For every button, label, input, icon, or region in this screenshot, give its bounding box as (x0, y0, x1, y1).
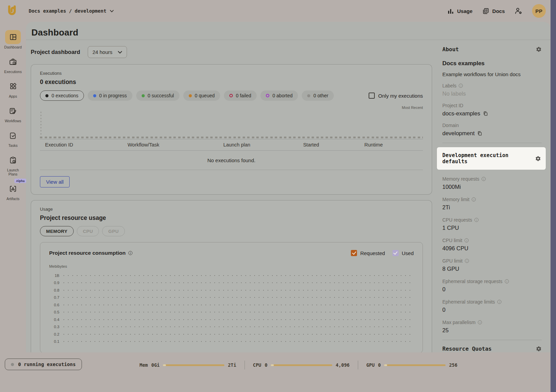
launch-plans-icon (5, 153, 21, 167)
ephemeral-storage-limits-field: Ephemeral storage limitsi 0 (442, 299, 542, 313)
gridline (63, 312, 414, 312)
sidebar-item-executions[interactable]: Executions (1, 55, 25, 74)
field-value: 25 (442, 327, 542, 334)
copy-icon[interactable] (483, 111, 488, 116)
page-title: Dashboard (31, 27, 79, 38)
view-all-button[interactable]: View all (40, 176, 70, 187)
usage-card-label: Usage (40, 207, 423, 212)
gridline (63, 290, 414, 291)
sidebar-item-artifacts[interactable]: Alpha Artifacts (1, 182, 25, 201)
gridline (63, 319, 414, 320)
memory-meter: Mem 0Gi 2Ti (140, 362, 236, 368)
legend-used-toggle[interactable]: Used (393, 250, 414, 256)
gear-icon (536, 346, 542, 352)
gridline (63, 341, 414, 342)
avatar[interactable]: PP (532, 4, 546, 18)
project-id-value-row: docs-examples (442, 110, 542, 117)
usage-link[interactable]: Usage (447, 8, 472, 14)
only-my-executions-toggle[interactable]: Only my executions (369, 93, 423, 99)
status-dot (93, 94, 96, 97)
page-scrollbar[interactable] (551, 0, 556, 392)
y-tick: 0.8 (49, 288, 59, 292)
info-icon[interactable]: i (474, 218, 479, 222)
running-executions-button[interactable]: 0 running executions (5, 359, 82, 370)
content-body: Project dashboard 24 hours Executions 0 … (26, 40, 551, 352)
gridline (63, 275, 414, 276)
chip-label: 0 in progress (99, 93, 127, 98)
chip-label: 0 other (313, 93, 328, 98)
alpha-badge: Alpha (14, 179, 26, 183)
meter-max: 2Ti (228, 362, 236, 368)
chart-legend: Requested Used (351, 250, 414, 256)
field-value: 2Ti (442, 204, 542, 211)
field-value: 0 (442, 307, 542, 313)
docs-link[interactable]: Docs (482, 8, 505, 15)
chip-successful[interactable]: 0 successful (136, 90, 180, 101)
sidebar-item-workflows[interactable]: Workflows (1, 104, 25, 123)
about-settings-button[interactable] (536, 46, 542, 52)
gridline-row: 0.5 (49, 309, 414, 316)
usage-card-title: Project resource usage (40, 214, 423, 222)
y-tick: 0.2 (49, 332, 59, 336)
chip-label: 0 failed (236, 93, 251, 98)
sidebar-item-apps[interactable]: Apps (1, 79, 25, 98)
resource-quotas-settings-button[interactable] (536, 346, 542, 352)
chip-all-executions[interactable]: 0 executions (40, 90, 84, 101)
only-my-executions-label: Only my executions (378, 93, 423, 99)
sidebar-item-label: Executions (4, 70, 22, 74)
union-logo[interactable] (5, 4, 18, 17)
chart-title: Project resource consumption (49, 250, 126, 256)
chip-in-progress[interactable]: 0 in progress (88, 90, 132, 101)
info-icon[interactable]: i (459, 84, 463, 88)
tasks-icon (5, 128, 21, 142)
meter-label: CPU (253, 362, 261, 368)
field-value: 8 GPU (442, 266, 542, 272)
field-label: Ephemeral storage requests (442, 279, 502, 284)
left-sidebar: Dashboard Executions Apps Workflows (0, 22, 26, 352)
status-dot (11, 363, 14, 366)
user-admin-button[interactable] (514, 7, 523, 15)
copy-icon[interactable] (477, 131, 482, 136)
info-icon[interactable]: i (505, 279, 509, 283)
sidebar-item-dashboard[interactable]: Dashboard (1, 30, 25, 49)
gridline (63, 326, 414, 327)
y-tick: 0.5 (49, 310, 59, 314)
status-bar: 0 running executions Mem 0Gi 2Ti CPU 0 4… (0, 352, 551, 392)
executions-card: Executions 0 executions 0 executions 0 i… (31, 64, 432, 195)
col-runtime: Runtime (364, 142, 423, 148)
chip-other[interactable]: 0 other (302, 90, 334, 101)
info-icon[interactable]: i (472, 197, 476, 201)
running-executions-label: 0 running executions (18, 362, 76, 367)
info-icon[interactable]: i (128, 251, 132, 255)
chevron-down-icon (110, 10, 114, 12)
workflows-icon (5, 104, 21, 118)
tab-cpu[interactable]: CPU (77, 226, 99, 236)
legend-requested-label: Requested (360, 250, 385, 256)
field-label: Ephemeral storage limits (442, 299, 495, 305)
sidebar-item-tasks[interactable]: Tasks (1, 128, 25, 148)
field-label: GPU limit (442, 258, 462, 264)
execution-defaults-settings-button[interactable] (535, 156, 541, 162)
chip-aborted[interactable]: 0 aborted (260, 90, 298, 101)
docs-link-label: Docs (492, 8, 505, 14)
info-icon[interactable]: i (497, 300, 501, 304)
info-icon[interactable]: i (482, 177, 486, 181)
gridline-row: 1B (49, 272, 414, 279)
tab-gpu[interactable]: GPU (102, 226, 125, 236)
time-range-select[interactable]: 24 hours (88, 46, 127, 58)
timeline-baseline (40, 137, 423, 138)
divider (442, 143, 542, 143)
project-domain-switcher[interactable]: Docs examples / development (29, 8, 114, 14)
tab-memory[interactable]: MEMORY (40, 226, 74, 236)
info-icon[interactable]: i (465, 238, 469, 242)
chip-failed[interactable]: 0 failed (224, 90, 257, 101)
info-icon[interactable]: i (478, 320, 482, 324)
chip-queued[interactable]: 0 queued (183, 90, 220, 101)
gridline (63, 305, 414, 305)
meter-max: 4,096 (336, 362, 350, 368)
divider (244, 361, 245, 369)
legend-requested-toggle[interactable]: Requested (351, 250, 385, 256)
union-logo-icon (6, 5, 18, 17)
info-icon[interactable]: i (465, 259, 469, 263)
sidebar-item-launch-plans[interactable]: Launch Plans (1, 153, 25, 176)
